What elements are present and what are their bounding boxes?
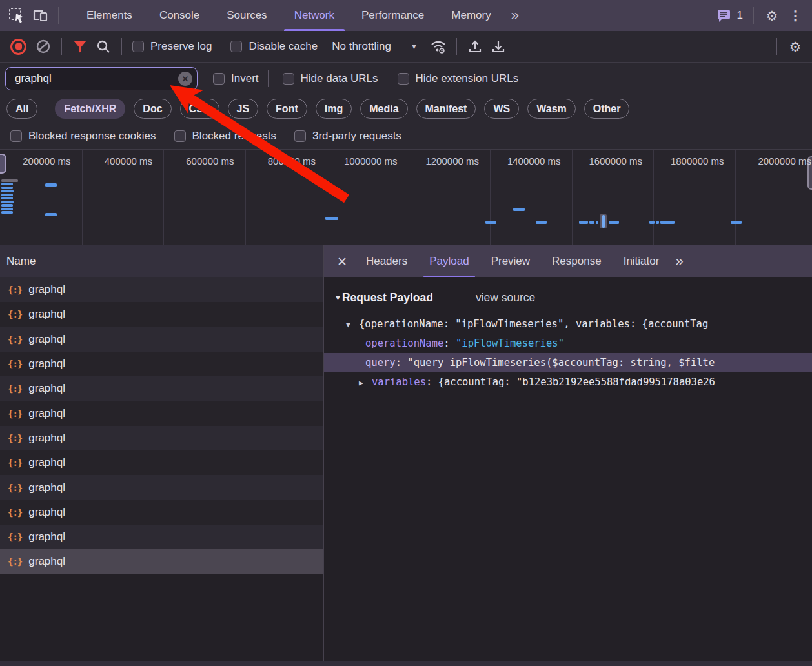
request-row[interactable]: {:}graphql: [0, 525, 323, 549]
waterfall-bar: [1, 204, 13, 207]
tab-memory[interactable]: Memory: [438, 0, 504, 31]
throttling-select[interactable]: No throttling ▼: [332, 40, 418, 53]
request-row[interactable]: {:}graphql: [0, 327, 323, 352]
filter-input[interactable]: [14, 72, 178, 86]
devtools-tabbar: ElementsConsoleSourcesNetworkPerformance…: [0, 0, 812, 31]
request-row[interactable]: {:}graphql: [0, 352, 323, 376]
close-details-icon[interactable]: ✕: [337, 254, 347, 269]
request-row[interactable]: {:}graphql: [0, 376, 323, 401]
import-har-icon[interactable]: [463, 35, 487, 58]
expander-closed-icon[interactable]: ▶: [359, 374, 372, 392]
hide-extension-urls-checkbox[interactable]: [398, 73, 409, 85]
clear-network-log-icon[interactable]: [32, 35, 55, 58]
json-braces-icon: {:}: [8, 309, 22, 319]
blocked-response-cookies-checkbox[interactable]: [10, 130, 22, 142]
waterfall-bar: [513, 208, 525, 211]
waterfall-bar: [660, 221, 675, 224]
chip-other[interactable]: Other: [584, 99, 630, 119]
issues-count: 1: [737, 9, 743, 22]
hide-data-urls-checkbox[interactable]: [283, 73, 294, 85]
clear-filter-icon[interactable]: ✕: [178, 72, 192, 86]
tab-sources[interactable]: Sources: [213, 0, 280, 31]
request-row[interactable]: {:}graphql: [0, 450, 323, 475]
payload-text: variables: [372, 376, 426, 388]
settings-gear-icon[interactable]: ⚙: [760, 4, 784, 27]
chip-manifest[interactable]: Manifest: [416, 99, 476, 119]
json-braces-icon: {:}: [8, 359, 22, 369]
request-name: graphql: [28, 333, 65, 346]
name-column-header[interactable]: Name: [0, 245, 323, 278]
request-payload-section-header[interactable]: ▼ Request Payload view source: [324, 287, 812, 308]
waterfall-bar: [536, 221, 547, 224]
inspect-element-icon[interactable]: [5, 4, 28, 27]
chip-font[interactable]: Font: [267, 99, 307, 119]
export-har-icon[interactable]: [487, 35, 510, 58]
device-toolbar-icon[interactable]: [28, 4, 52, 27]
filter-funnel-icon[interactable]: [68, 35, 92, 58]
timeline-tick-label: 200000 ms: [15, 156, 71, 166]
details-tab-payload[interactable]: Payload: [418, 245, 480, 278]
network-conditions-icon[interactable]: [427, 35, 450, 58]
divider: [753, 7, 754, 24]
blocked-requests-checkbox[interactable]: [174, 130, 186, 142]
invert-checkbox[interactable]: [213, 73, 225, 85]
chip-ws[interactable]: WS: [484, 99, 519, 119]
timeline-gridline: [163, 150, 164, 245]
chip-js[interactable]: JS: [228, 99, 259, 119]
chip-fetch-xhr[interactable]: Fetch/XHR: [55, 99, 125, 119]
chip-all[interactable]: All: [6, 99, 37, 119]
chip-media[interactable]: Media: [360, 99, 407, 119]
view-source-link[interactable]: view source: [476, 291, 535, 305]
request-row[interactable]: {:}graphql: [0, 500, 323, 525]
divider: [268, 70, 269, 87]
payload-text: "ipFlowTimeseries": [456, 338, 564, 349]
tabbar-right: 1 ⚙ ⋮: [716, 0, 807, 31]
search-icon[interactable]: [92, 35, 115, 58]
details-tab-initiator[interactable]: Initiator: [613, 245, 671, 278]
request-name: graphql: [28, 530, 65, 543]
more-details-tabs-chevron-icon[interactable]: »: [675, 253, 683, 270]
chip-doc[interactable]: Doc: [134, 99, 171, 119]
request-row[interactable]: {:}graphql: [0, 426, 323, 450]
chip-css[interactable]: CSS: [180, 99, 219, 119]
section-expander-icon[interactable]: ▼: [334, 294, 341, 301]
timeline-gridline: [735, 150, 736, 245]
request-row[interactable]: {:}graphql: [0, 549, 323, 574]
3rd-party-requests-checkbox[interactable]: [294, 130, 306, 142]
expander-open-icon[interactable]: ▼: [346, 316, 359, 334]
request-name: graphql: [28, 555, 65, 568]
details-tab-response[interactable]: Response: [541, 245, 613, 278]
tab-console[interactable]: Console: [146, 0, 213, 31]
kebab-menu-icon[interactable]: ⋮: [784, 4, 807, 27]
request-row[interactable]: {:}graphql: [0, 278, 323, 302]
filter-row: ✕ Invert Hide data URLs Hide extension U…: [0, 63, 812, 95]
more-tabs-chevron-icon[interactable]: »: [505, 0, 525, 31]
details-tab-headers[interactable]: Headers: [355, 245, 418, 278]
request-row[interactable]: {:}graphql: [0, 401, 323, 425]
issues-button[interactable]: 1: [716, 8, 743, 23]
json-braces-icon: {:}: [8, 532, 22, 542]
chip-wasm[interactable]: Wasm: [527, 99, 576, 119]
request-row[interactable]: {:}graphql: [0, 475, 323, 500]
waterfall-bar: [589, 221, 594, 224]
request-row[interactable]: {:}graphql: [0, 302, 323, 327]
network-overview-timeline[interactable]: 200000 ms400000 ms600000 ms800000 ms1000…: [0, 150, 812, 245]
requests-panel: Name {:}graphql{:}graphql{:}graphql{:}gr…: [0, 245, 324, 666]
timeline-gridline: [409, 150, 409, 245]
request-name: graphql: [28, 481, 65, 494]
gear-glyph: ⚙: [789, 40, 802, 54]
record-button[interactable]: [10, 39, 26, 55]
disable-cache-checkbox[interactable]: [230, 41, 242, 52]
network-settings-gear-icon[interactable]: ⚙: [784, 35, 807, 58]
json-braces-icon: {:}: [8, 507, 22, 518]
timeline-tick-label: 600000 ms: [179, 156, 234, 166]
tab-network[interactable]: Network: [281, 0, 348, 31]
tab-performance[interactable]: Performance: [348, 0, 438, 31]
chip-img[interactable]: Img: [316, 99, 352, 119]
divider: [46, 101, 46, 117]
timeline-left-handle[interactable]: [0, 154, 6, 174]
request-name: graphql: [28, 283, 65, 296]
details-tab-preview[interactable]: Preview: [480, 245, 541, 278]
tab-elements[interactable]: Elements: [73, 0, 146, 31]
preserve-log-checkbox[interactable]: [132, 41, 144, 52]
